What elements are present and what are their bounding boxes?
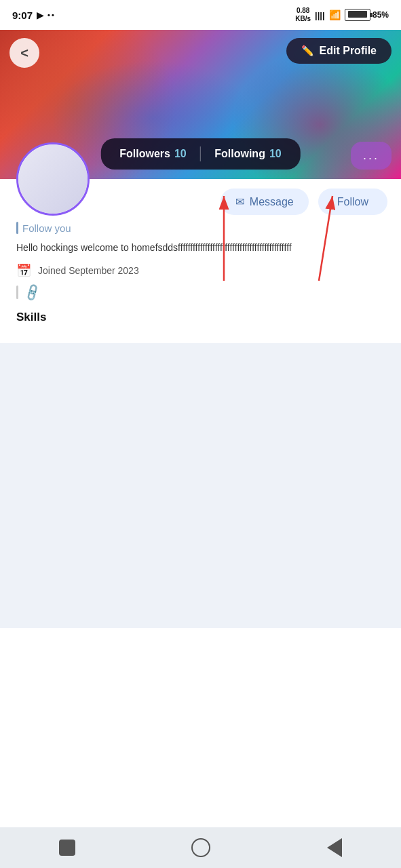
- more-icon: ...: [363, 149, 379, 162]
- skills-title: Skills: [16, 311, 385, 324]
- followers-label: Followers: [119, 148, 170, 160]
- page: 9:07 ▶ •• 0.88KB/s |||| 📶 85% <: [0, 0, 401, 868]
- nav-back-button[interactable]: [322, 835, 347, 861]
- link-icon: 🔗: [22, 282, 43, 302]
- following-stat[interactable]: Following 10: [214, 148, 281, 160]
- message-icon: ✉: [235, 195, 244, 208]
- back-button[interactable]: <: [9, 38, 39, 68]
- following-count: 10: [269, 148, 282, 160]
- back-icon: <: [20, 45, 28, 61]
- edit-profile-button[interactable]: ✏️ Edit Profile: [286, 38, 392, 64]
- bottom-nav: [0, 827, 401, 868]
- message-button[interactable]: ✉ Message: [221, 189, 309, 215]
- status-right: 0.88KB/s |||| 📶 85%: [295, 7, 389, 23]
- follow-you-bar: [16, 222, 18, 234]
- nav-square-button[interactable]: [54, 835, 80, 861]
- stat-divider: [200, 146, 202, 161]
- follow-button[interactable]: Follow: [318, 189, 387, 215]
- wifi-icon: 📶: [329, 9, 341, 20]
- avatar: [16, 142, 90, 216]
- more-options-button[interactable]: ...: [351, 142, 392, 170]
- battery: 85%: [345, 9, 389, 21]
- link-row: 🔗: [16, 285, 385, 300]
- follow-label: Follow: [337, 196, 368, 208]
- status-left: 9:07 ▶ ••: [12, 9, 56, 21]
- action-buttons: ✉ Message Follow: [102, 179, 401, 215]
- joined-text: Joined September 2023: [38, 265, 139, 276]
- square-icon: [59, 840, 75, 856]
- status-dots: ••: [47, 11, 56, 19]
- follow-you-text: Follow you: [22, 222, 71, 234]
- stats-bar: Followers 10 Following 10: [100, 138, 300, 170]
- following-label: Following: [214, 148, 265, 160]
- camera-icon: ▶: [37, 10, 43, 20]
- avatar-wrapper: [16, 142, 90, 216]
- message-label: Message: [250, 196, 294, 208]
- follow-you-row: Follow you: [16, 222, 401, 234]
- nav-circle-button[interactable]: [188, 835, 214, 861]
- bio-text: Hello hockings welcome to homefsddsfffff…: [16, 241, 385, 255]
- status-bar: 9:07 ▶ •• 0.88KB/s |||| 📶 85%: [0, 0, 401, 30]
- data-speed: 0.88KB/s: [295, 7, 311, 23]
- avatar-image: [18, 144, 88, 214]
- content-area: [0, 343, 401, 628]
- followers-count: 10: [174, 148, 187, 160]
- profile-section: ✉ Message Follow Follow you Hello hockin…: [0, 179, 401, 335]
- triangle-icon: [327, 838, 342, 857]
- link-bar: [16, 285, 18, 299]
- edit-profile-label: Edit Profile: [320, 45, 377, 57]
- signal-bars: ||||: [315, 10, 325, 20]
- followers-stat[interactable]: Followers 10: [119, 148, 186, 160]
- joined-date: 📅 Joined September 2023: [16, 263, 385, 278]
- edit-icon: ✏️: [301, 45, 314, 57]
- skills-section: Skills: [16, 311, 385, 324]
- circle-icon: [191, 838, 210, 857]
- status-time: 9:07: [12, 9, 33, 21]
- calendar-icon: 📅: [16, 263, 31, 278]
